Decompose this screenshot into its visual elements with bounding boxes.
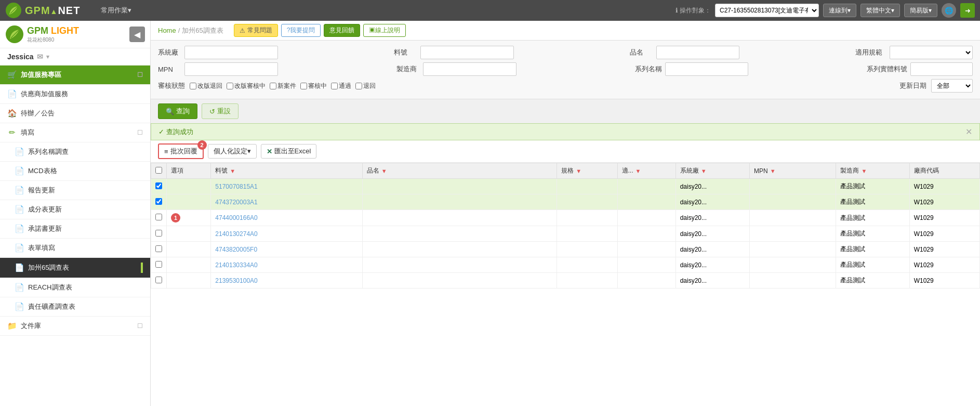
sidebar-item-ca65[interactable]: 📄 加州65調查表 [0,258,150,278]
sidebar-item-mcd[interactable]: 📄 MCD表格 [0,162,150,181]
row-productname-cell [362,242,557,257]
row-partno-link[interactable]: 4744000166A0 [215,214,257,221]
update-date-select[interactable]: 全部 [931,79,973,93]
partno-input[interactable] [420,46,514,59]
table-row: 4743720003A1daisy20...產品測試W1029 [151,194,980,210]
product-name-input[interactable] [656,46,739,59]
cb-revision-return[interactable]: 改版退回 [190,82,222,90]
connect-btn[interactable]: 連線到▾ [823,4,856,17]
sidebar-item-reach[interactable]: 📄 REACH調查表 [0,278,150,297]
help-btn[interactable]: ▣線上說明 [363,24,406,37]
doc-icon-report: 📄 [15,186,24,195]
form-row-1: 系統廠 料號 品名 適用規範 [158,46,973,59]
doc-icon-conflict: 📄 [15,302,24,311]
table-header-row: 選項 料號 ▼ 品名 ▼ [151,163,980,179]
sidebar-label-series: 系列名稱調查 [28,147,69,156]
manufacturer-filter-icon[interactable]: ▼ [861,168,867,174]
row-partno-link[interactable]: 4743820005F0 [215,246,257,253]
spec-filter-icon[interactable]: ▼ [576,168,581,174]
row-manufacturer-cell: 產品測試 [836,179,909,194]
common-ops-menu[interactable]: 常用作業▾ [101,6,131,15]
th-partno: 料號 ▼ [211,163,362,179]
mpn-input[interactable] [184,62,278,76]
mpn-filter-icon[interactable]: ▼ [770,168,776,174]
ask-btn[interactable]: ?我要提問 [281,24,321,37]
series-name-input[interactable] [665,62,748,76]
user-dropdown-arrow[interactable]: ▾ [46,54,49,60]
sidebar-item-docs[interactable]: 📁 文件庫 ☐ [0,317,150,336]
sidebar-item-conflict[interactable]: 📄 責任礦產調查表 [0,297,150,317]
productname-filter-icon[interactable]: ▼ [381,168,387,174]
sidebar-label-component: 成分表更新 [28,205,62,214]
select-all-checkbox[interactable] [155,167,162,174]
breadcrumb-home[interactable]: Home [158,27,176,34]
folder-icon: 📁 [7,321,17,331]
sidebar-item-series-survey[interactable]: 📄 系列名稱調查 [0,142,150,162]
row-checkbox[interactable] [155,261,162,268]
row-partno-link[interactable]: 2139530100A0 [215,277,257,284]
content-area: Home / 加州65調查表 ⚠ 常見問題 ?我要提問 意見回饋 ▣線上說明 系… [151,21,980,406]
row-partno-link[interactable]: 4743720003A1 [215,199,257,206]
sidebar-item-write[interactable]: ✏ 填寫 ☐ [0,123,150,142]
sidebar-item-report[interactable]: 📄 報告更新 [0,181,150,200]
row-manufacturer-cell: 產品測試 [836,210,909,226]
form-row-2: MPN 製造商 系列名稱 系列實體料號 [158,62,973,76]
row-checkbox[interactable] [155,277,162,283]
row-checkbox[interactable] [155,230,162,237]
cb-reviewing[interactable]: 審核中 [300,82,327,90]
row-vendor-cell: daisy20... [676,194,749,210]
row-partno-link[interactable]: 2140130334A0 [215,261,257,269]
series-name-label: 系列名稱 [635,64,662,74]
row-checkbox[interactable] [155,182,162,189]
sidebar-item-supplier-value[interactable]: 📄 供應商加值服務 [0,85,150,104]
batch-reply-btn[interactable]: ≡ 批次回覆 2 [158,143,204,159]
globe-btn[interactable]: 🌐 [942,3,956,18]
doc-icon-reach: 📄 [15,283,24,292]
query-btn[interactable]: 🔍 查詢 [158,103,197,119]
feedback-btn[interactable]: 意見回饋 [324,24,360,37]
cb-passed[interactable]: 通過 [331,82,351,90]
row-mpn-cell [749,179,836,194]
sidebar-item-pending[interactable]: 🏠 待辦／公告 [0,104,150,123]
vendor-filter-icon[interactable]: ▼ [701,168,707,174]
sidebar-item-form-fill[interactable]: 📄 表單填寫 [0,239,150,258]
lang-btn[interactable]: 繁體中文▾ [860,4,900,17]
row-checkbox[interactable] [155,198,162,205]
suitable-filter-icon[interactable]: ▼ [635,168,641,174]
series-partno-input[interactable] [910,62,973,76]
excel-icon: ✕ [267,148,272,155]
row-checkbox[interactable] [155,245,162,252]
sidebar-item-component[interactable]: 📄 成分表更新 [0,200,150,219]
personal-settings-btn[interactable]: 個人化設定▾ [208,144,257,159]
simple-btn[interactable]: 簡易版▾ [904,4,937,17]
reset-btn[interactable]: ↺ 重設 [202,103,239,119]
row-partno-link[interactable]: 5170070815A1 [215,183,257,190]
row-checkbox[interactable] [155,214,162,220]
suitable-spec-select[interactable] [890,46,973,59]
sidebar-item-commitment[interactable]: 📄 承諾書更新 [0,219,150,239]
cb-rejected[interactable]: 退回 [355,82,376,90]
row-vendor-cell: daisy20... [676,179,749,194]
partno-filter-icon[interactable]: ▼ [230,168,235,174]
manufacturer-input[interactable] [423,62,517,76]
sidebar-item-value-services[interactable]: 🛒 加值服務專區 ☐ [0,66,150,85]
row-partno-cell: 5170070815A1 [211,179,362,194]
row-productname-cell [362,210,557,226]
second-header: Home / 加州65調查表 ⚠ 常見問題 ?我要提問 意見回饋 ▣線上說明 [151,21,980,41]
batch-badge: 2 [197,140,207,150]
row-partno-cell: 4743820005F0 [211,242,362,257]
export-excel-btn[interactable]: ✕ 匯出至Excel [261,144,317,159]
mpn-label: MPN [158,66,181,73]
cb-revision-review[interactable]: 改版審核中 [227,82,266,90]
vendor-input[interactable] [184,46,278,59]
close-success-btn[interactable]: ✕ [965,127,972,137]
sidebar-label-commitment: 承諾書更新 [28,224,62,233]
row-partno-cell: 2140130274A0 [211,226,362,242]
faq-btn[interactable]: ⚠ 常見問題 [234,24,278,37]
operator-select[interactable]: C27-1635502813073[文迪電子有限公... [715,4,819,17]
row-partno-link[interactable]: 2140130274A0 [215,230,257,238]
back-button[interactable]: ◀ [129,27,145,42]
cb-new-case[interactable]: 新案件 [270,82,296,90]
row-suitable-cell [617,226,676,242]
logout-btn[interactable]: ➜ [960,3,975,18]
